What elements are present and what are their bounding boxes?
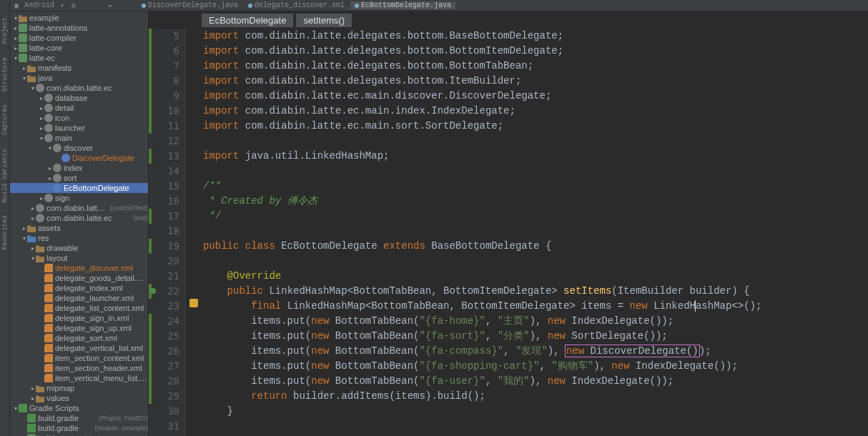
line-number[interactable]: 5 bbox=[149, 29, 185, 44]
line-number[interactable]: 11 bbox=[149, 119, 185, 134]
line-number[interactable]: 15 bbox=[149, 179, 185, 194]
tree-row[interactable]: item_section_content.xml bbox=[10, 353, 148, 363]
tree-row[interactable]: icon bbox=[10, 113, 148, 123]
tree-row[interactable]: mipmap bbox=[10, 383, 148, 393]
expand-arrow-icon[interactable] bbox=[30, 205, 36, 212]
expand-arrow-icon[interactable] bbox=[30, 85, 36, 91]
tree-row[interactable]: sign bbox=[10, 193, 148, 203]
line-number[interactable]: 7 bbox=[149, 59, 185, 74]
tree-row[interactable]: example bbox=[10, 13, 148, 23]
tree-row[interactable]: delegate_goods_detail.xml bbox=[10, 273, 148, 283]
expand-arrow-icon[interactable] bbox=[13, 35, 19, 41]
tool-structure[interactable]: Structure bbox=[1, 54, 9, 95]
line-number[interactable]: 14 bbox=[149, 164, 185, 179]
project-dropdown[interactable]: Android bbox=[24, 1, 54, 9]
line-number[interactable]: 25 bbox=[149, 329, 185, 344]
editor-tab[interactable]: EcBottomDelegate.java bbox=[350, 1, 455, 9]
expand-arrow-icon[interactable] bbox=[21, 225, 27, 232]
line-number[interactable]: 21 bbox=[149, 269, 185, 284]
tree-row[interactable]: launcher bbox=[10, 123, 148, 133]
tree-row[interactable]: com.diabin.latte.ec(androidTest) bbox=[10, 203, 148, 213]
tree-row[interactable]: detail bbox=[10, 103, 148, 113]
expand-arrow-icon[interactable] bbox=[21, 65, 27, 71]
expand-arrow-icon[interactable] bbox=[47, 145, 53, 152]
tree-row[interactable]: layout bbox=[10, 253, 148, 263]
editor-gutter[interactable]: 5678910111213141516171819202122232425262… bbox=[149, 29, 186, 436]
expand-arrow-icon[interactable] bbox=[39, 195, 44, 202]
tree-row[interactable]: index bbox=[10, 163, 148, 173]
line-number[interactable]: 19 bbox=[149, 239, 185, 254]
line-number[interactable]: 29 bbox=[149, 389, 185, 404]
line-number[interactable]: 23 bbox=[149, 299, 185, 314]
line-number[interactable]: 13 bbox=[149, 149, 185, 164]
override-marker-icon[interactable] bbox=[150, 288, 156, 294]
expand-arrow-icon[interactable] bbox=[30, 245, 36, 252]
expand-arrow-icon[interactable] bbox=[13, 15, 19, 21]
expand-arrow-icon[interactable] bbox=[47, 175, 53, 182]
expand-arrow-icon[interactable] bbox=[30, 385, 36, 392]
tool-project[interactable]: Project bbox=[1, 14, 9, 47]
line-number[interactable]: 22 bbox=[149, 284, 185, 299]
tree-row[interactable]: delegate_sort.xml bbox=[10, 333, 148, 343]
line-number[interactable]: 9 bbox=[149, 89, 185, 104]
line-number[interactable]: 30 bbox=[149, 404, 185, 419]
line-number[interactable]: 20 bbox=[149, 254, 185, 269]
line-number[interactable]: 12 bbox=[149, 134, 185, 149]
editor-tab[interactable]: delegate_discover.xml bbox=[244, 1, 349, 9]
line-number[interactable]: 31 bbox=[149, 419, 185, 434]
tool-build-variants[interactable]: Build Variants bbox=[1, 146, 9, 206]
expand-arrow-icon[interactable] bbox=[30, 215, 36, 222]
line-number[interactable]: 16 bbox=[149, 194, 185, 209]
expand-arrow-icon[interactable] bbox=[13, 25, 19, 31]
tree-row[interactable]: delegate_discover.xml bbox=[10, 263, 148, 273]
line-number[interactable]: 28 bbox=[149, 374, 185, 389]
tree-row[interactable]: DiscoverDelegate bbox=[10, 153, 148, 163]
tree-row[interactable]: java bbox=[10, 73, 148, 83]
editor-tab[interactable]: DiscoverDelegate.java bbox=[137, 1, 242, 9]
tree-row[interactable]: com.diabin.latte.ec(test) bbox=[10, 213, 148, 223]
line-number[interactable]: 17 bbox=[149, 209, 185, 224]
tree-row[interactable]: EcBottomDelegate bbox=[10, 183, 148, 193]
tree-row[interactable]: com.diabin.latte.ec bbox=[10, 83, 148, 93]
expand-arrow-icon[interactable] bbox=[47, 165, 53, 172]
line-number[interactable]: 18 bbox=[149, 224, 185, 239]
tree-row[interactable]: item_section_header.xml bbox=[10, 363, 148, 373]
expand-arrow-icon[interactable] bbox=[13, 45, 19, 51]
expand-arrow-icon[interactable] bbox=[39, 95, 44, 101]
line-number[interactable]: 26 bbox=[149, 344, 185, 359]
chevron-down-icon[interactable]: ▾ bbox=[59, 1, 66, 10]
breadcrumb-method[interactable]: setItems() bbox=[296, 14, 352, 27]
settings-icon[interactable]: ⚙ bbox=[70, 1, 77, 10]
breadcrumb-class[interactable]: EcBottomDelegate bbox=[202, 14, 293, 27]
tree-row[interactable]: delegate_launcher.xml bbox=[10, 293, 148, 303]
project-tree[interactable]: examplelatte-annotationslatte-compilerla… bbox=[10, 11, 149, 436]
line-number[interactable]: 6 bbox=[149, 44, 185, 59]
collapse-icon[interactable]: ⇤ bbox=[107, 1, 114, 10]
expand-arrow-icon[interactable] bbox=[39, 125, 44, 132]
tree-row[interactable]: database bbox=[10, 93, 148, 103]
tree-row[interactable]: manifests bbox=[10, 63, 148, 73]
code-editor[interactable]: import com.diabin.latte.delegates.bottom… bbox=[186, 29, 868, 436]
tree-row[interactable]: build.gradle(Module: latte-annotations) bbox=[10, 433, 148, 436]
tree-row[interactable]: main bbox=[10, 133, 148, 143]
expand-arrow-icon[interactable] bbox=[39, 115, 44, 122]
tree-row[interactable]: build.gradle(Project: FastEC) bbox=[10, 413, 148, 423]
line-number[interactable]: 10 bbox=[149, 104, 185, 119]
tree-row[interactable]: delegate_vertical_list.xml bbox=[10, 343, 148, 353]
expand-arrow-icon[interactable] bbox=[13, 405, 19, 412]
tree-row[interactable]: latte-compiler bbox=[10, 33, 148, 43]
tool-captures[interactable]: Captures bbox=[1, 101, 9, 138]
line-number[interactable]: 27 bbox=[149, 359, 185, 374]
tree-row[interactable]: discover bbox=[10, 143, 148, 153]
expand-arrow-icon[interactable] bbox=[21, 235, 27, 242]
tree-row[interactable]: sort bbox=[10, 173, 148, 183]
line-number[interactable]: 8 bbox=[149, 74, 185, 89]
expand-arrow-icon[interactable] bbox=[39, 135, 44, 142]
tree-row[interactable]: Gradle Scripts bbox=[10, 403, 148, 413]
tree-row[interactable]: delegate_list_content.xml bbox=[10, 303, 148, 313]
expand-arrow-icon[interactable] bbox=[21, 75, 27, 81]
expand-arrow-icon[interactable] bbox=[39, 105, 44, 112]
tree-row[interactable]: build.gradle(Module: example) bbox=[10, 423, 148, 433]
line-number[interactable]: 24 bbox=[149, 314, 185, 329]
tree-row[interactable]: latte-annotations bbox=[10, 23, 148, 33]
